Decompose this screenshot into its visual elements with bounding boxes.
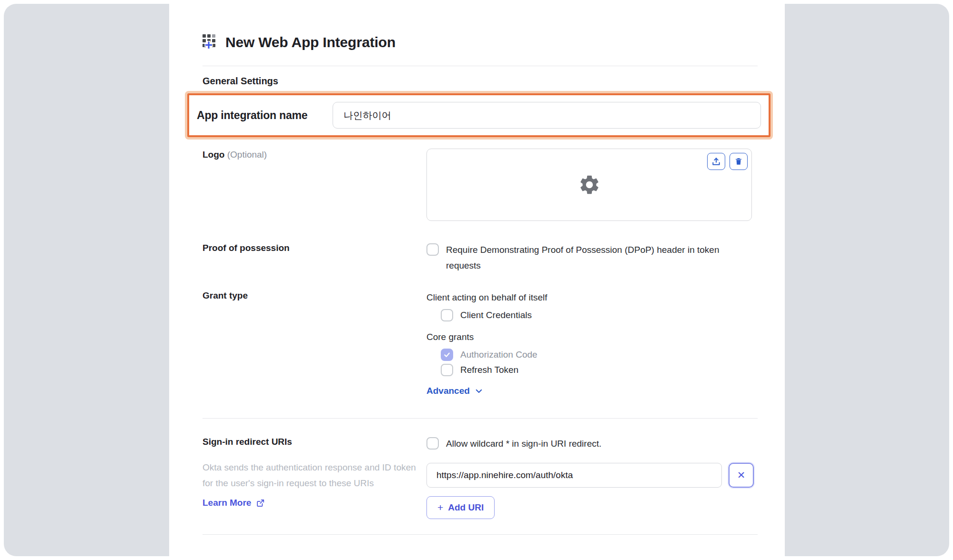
learn-more-label: Learn More: [203, 498, 251, 508]
trash-icon: [734, 157, 743, 166]
refresh-token-checkbox[interactable]: [441, 364, 453, 376]
upload-icon: [711, 157, 721, 166]
refresh-token-label: Refresh Token: [460, 364, 518, 376]
proof-of-possession-row: Proof of possession Require Demonstratin…: [203, 242, 758, 273]
advanced-label: Advanced: [426, 386, 470, 396]
plus-icon: +: [205, 39, 213, 52]
app-name-highlight-row: App integration name: [187, 93, 771, 137]
client-credentials-checkbox[interactable]: [441, 309, 453, 321]
divider: [203, 418, 758, 419]
plus-icon: +: [437, 502, 443, 513]
logo-label: Logo (Optional): [203, 149, 426, 160]
advanced-toggle[interactable]: Advanced: [426, 386, 483, 396]
logo-optional-label: (Optional): [227, 150, 267, 160]
logo-row: Logo (Optional): [203, 149, 758, 221]
page-title: New Web App Integration: [225, 34, 395, 50]
grant-group-heading: Client acting on behalf of itself: [426, 290, 758, 305]
page-header: + New Web App Integration: [203, 34, 758, 50]
learn-more-link[interactable]: Learn More: [203, 498, 265, 508]
signin-redirect-description: Okta sends the authentication response a…: [203, 460, 419, 491]
dpop-checkbox[interactable]: [426, 243, 439, 256]
close-icon: ✕: [737, 470, 746, 481]
logo-upload-box[interactable]: [426, 149, 752, 221]
signin-redirect-label: Sign-in redirect URIs: [203, 436, 426, 447]
grant-group-heading: Core grants: [426, 329, 758, 345]
grant-type-label: Grant type: [203, 290, 426, 301]
check-icon: [443, 351, 451, 359]
authorization-code-label: Authorization Code: [460, 349, 537, 361]
gear-icon: [578, 173, 601, 196]
delete-logo-button[interactable]: [730, 153, 748, 170]
content-card: + New Web App Integration General Settin…: [169, 0, 785, 560]
divider: [203, 534, 758, 535]
client-credentials-label: Client Credentials: [460, 309, 532, 321]
grant-option-client-credentials: Client Credentials: [441, 309, 758, 321]
authorization-code-checkbox[interactable]: [441, 349, 453, 361]
remove-uri-button[interactable]: ✕: [729, 463, 754, 488]
signin-redirect-row: Sign-in redirect URIs Okta sends the aut…: [203, 436, 758, 519]
section-title: General Settings: [203, 76, 758, 87]
app-name-label: App integration name: [197, 109, 333, 122]
wildcard-checkbox-label: Allow wildcard * in sign-in URI redirect…: [446, 436, 601, 451]
redirect-uri-row: ✕: [426, 463, 758, 488]
logo-actions: [707, 153, 748, 170]
upload-logo-button[interactable]: [707, 153, 725, 170]
divider: [203, 66, 758, 66]
chevron-down-icon: [475, 387, 483, 395]
app-name-input[interactable]: [333, 102, 761, 129]
add-uri-button[interactable]: + Add URI: [426, 496, 495, 519]
grant-type-row: Grant type Client acting on behalf of it…: [203, 290, 758, 396]
redirect-uri-input[interactable]: [426, 463, 722, 488]
add-uri-label: Add URI: [448, 502, 484, 513]
external-link-icon: [256, 499, 265, 508]
proof-of-possession-label: Proof of possession: [203, 242, 426, 253]
grant-option-refresh-token: Refresh Token: [441, 364, 758, 376]
app-integration-icon: +: [203, 34, 218, 50]
grant-option-authorization-code: Authorization Code: [441, 349, 758, 361]
dpop-checkbox-label: Require Demonstrating Proof of Possessio…: [446, 242, 727, 273]
wildcard-checkbox[interactable]: [426, 437, 439, 450]
